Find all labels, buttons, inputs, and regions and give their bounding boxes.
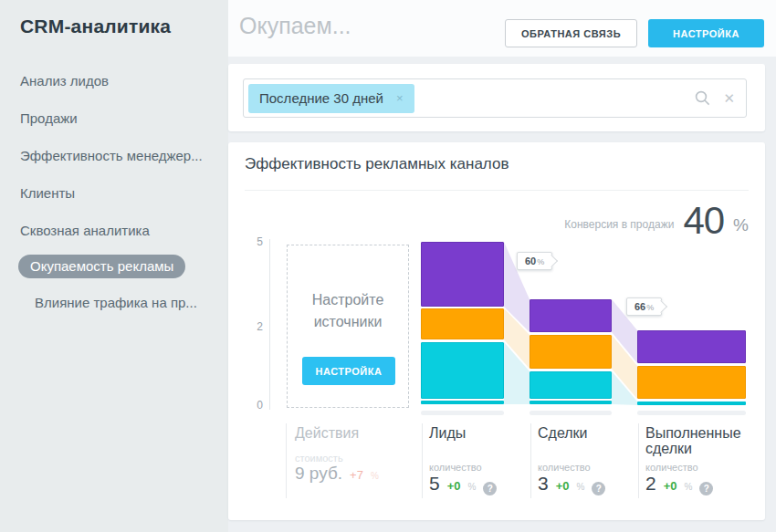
- stat-completed-sublabel: количество: [645, 462, 698, 473]
- stat-leads-title: Лиды: [429, 425, 466, 441]
- sidebar-item-end-to-end-analytics[interactable]: Сквозная аналитика: [20, 223, 150, 238]
- bar-deals-cyan-segment[interactable]: [530, 371, 612, 399]
- bar-completed-purple-segment[interactable]: [637, 330, 746, 363]
- stat-deals-sublabel: количество: [538, 462, 591, 473]
- bar-deals-base-strip: [530, 401, 612, 404]
- stat-deals-value-row: 3 +0 % ?: [538, 473, 605, 495]
- stat-actions-value: 9 руб.: [295, 464, 342, 484]
- conversion-value: 40: [683, 199, 724, 243]
- stat-actions-delta-unit: %: [371, 471, 379, 481]
- stat-leads-delta: +0: [447, 479, 461, 493]
- stat-separator: [422, 423, 423, 498]
- stat-actions-sublabel: стоимость: [295, 453, 343, 464]
- sidebar-item-clients[interactable]: Клиенты: [20, 185, 75, 201]
- stat-actions-value-row: 9 руб. +7 %: [295, 464, 379, 484]
- divider: [245, 190, 749, 191]
- bar-deals-orange-segment[interactable]: [530, 335, 612, 369]
- conversion-unit: %: [733, 215, 749, 235]
- stat-completed-delta-unit: %: [685, 482, 693, 492]
- stat-leads-delta-unit: %: [468, 482, 477, 492]
- bar-leads-track: [421, 411, 504, 415]
- stat-leads-sublabel: количество: [429, 462, 482, 473]
- transition-badge-60: 60 %: [517, 252, 552, 270]
- date-range-chip[interactable]: Последние 30 дней ×: [248, 84, 414, 113]
- ribbon-cyan-2: [612, 371, 637, 405]
- bar-deals-purple-segment[interactable]: [530, 299, 612, 332]
- chip-close-icon[interactable]: ×: [396, 92, 404, 104]
- stat-deals-delta: +0: [556, 479, 570, 493]
- ribbon-cyan-1: [504, 342, 530, 404]
- stat-separator: [286, 423, 287, 498]
- sidebar-item-traffic-influence[interactable]: Влияние трафика на пр...: [35, 295, 197, 310]
- bar-deals-track: [530, 411, 612, 415]
- y-tick-2: 2: [248, 320, 263, 333]
- stat-completed-value-row: 2 +0 % ?: [645, 473, 713, 495]
- stat-actions-delta: +7: [350, 468, 363, 482]
- stat-completed-delta: +0: [664, 479, 677, 493]
- date-range-chip-label: Последние 30 дней: [259, 90, 383, 106]
- help-icon[interactable]: ?: [483, 482, 497, 495]
- y-axis-line: [269, 239, 270, 410]
- stat-deals-delta-unit: %: [577, 482, 585, 492]
- filter-searchbox[interactable]: Последние 30 дней × ✕: [243, 78, 747, 118]
- setup-sources-text: Настройте источники: [288, 289, 408, 333]
- clear-filter-icon[interactable]: ✕: [723, 90, 735, 107]
- bar-completed-track: [637, 411, 746, 415]
- stat-separator: [530, 423, 531, 498]
- chart-panel: Эффективность рекламных каналов Конверси…: [228, 142, 765, 520]
- chart-title: Эффективность рекламных каналов: [245, 155, 509, 173]
- setup-sources-button[interactable]: НАСТРОЙКА: [302, 357, 395, 385]
- stat-completed-title: Выполненные сделки: [645, 425, 750, 456]
- filter-panel: Последние 30 дней × ✕: [228, 64, 765, 131]
- sidebar-item-ad-payback-active[interactable]: Окупаемость рекламы: [18, 255, 185, 278]
- settings-button[interactable]: НАСТРОЙКА: [648, 19, 764, 47]
- page-header: Окупаем... ОБРАТНАЯ СВЯЗЬ НАСТРОЙКА: [228, 0, 776, 57]
- bar-completed-cyan-strip[interactable]: [637, 402, 746, 405]
- sidebar: CRM-аналитика Анализ лидов Продажи Эффек…: [0, 0, 228, 532]
- ribbon-orange-1: [504, 308, 530, 369]
- stat-leads-value: 5: [429, 473, 440, 495]
- stat-separator: [638, 423, 639, 498]
- help-icon[interactable]: ?: [699, 482, 713, 495]
- bar-completed-orange-segment[interactable]: [637, 366, 746, 399]
- sidebar-item-sales[interactable]: Продажи: [20, 110, 78, 126]
- sidebar-item-manager-efficiency[interactable]: Эффективность менеджер...: [20, 148, 203, 163]
- transition-badge-66: 66 %: [626, 297, 662, 316]
- app-title: CRM-аналитика: [20, 16, 171, 37]
- conversion-to-sales: Конверсия в продажи 40 %: [564, 199, 749, 243]
- bar-leads-base-strip: [421, 401, 504, 404]
- feedback-button[interactable]: ОБРАТНАЯ СВЯЗЬ: [505, 19, 637, 47]
- stat-deals-value: 3: [538, 473, 549, 495]
- stat-completed-value: 2: [645, 473, 656, 495]
- help-icon[interactable]: ?: [592, 482, 605, 495]
- y-tick-5: 5: [248, 235, 263, 248]
- filter-search-input[interactable]: [414, 79, 696, 117]
- sidebar-item-lead-analysis[interactable]: Анализ лидов: [20, 73, 109, 89]
- setup-sources-placeholder: Настройте источники НАСТРОЙКА: [287, 245, 409, 408]
- bar-leads-purple-segment[interactable]: [421, 242, 504, 307]
- conversion-label: Конверсия в продажи: [564, 218, 674, 231]
- stat-deals-title: Сделки: [538, 425, 588, 441]
- stat-actions-title: Действия: [295, 425, 359, 441]
- search-icon[interactable]: [695, 90, 710, 106]
- page-title: Окупаем...: [239, 13, 351, 39]
- y-tick-0: 0: [248, 399, 263, 412]
- ribbon-orange-2: [612, 335, 637, 399]
- stat-leads-value-row: 5 +0 % ?: [429, 473, 497, 495]
- bar-leads-orange-segment[interactable]: [421, 308, 504, 339]
- bar-leads-cyan-segment[interactable]: [421, 342, 504, 399]
